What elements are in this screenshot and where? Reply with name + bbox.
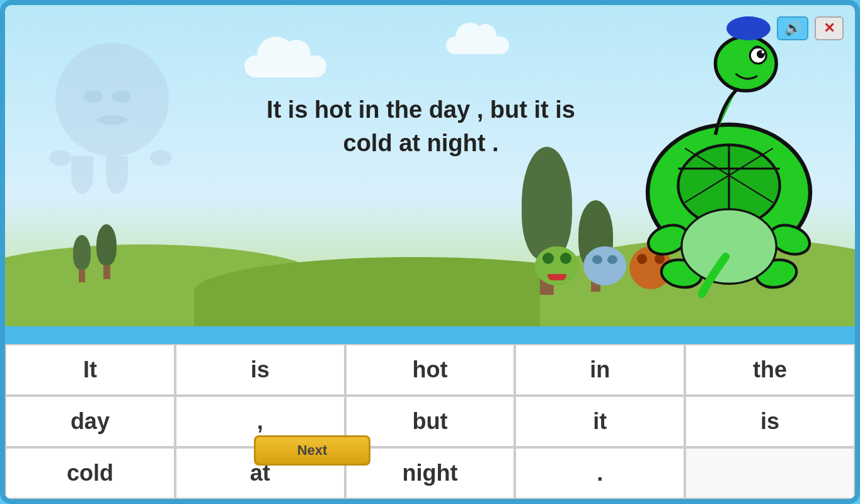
word-cell-but[interactable]: but — [345, 396, 515, 447]
word-cell-in[interactable]: in — [515, 344, 685, 396]
close-icon: ✕ — [823, 20, 835, 37]
turtle-illustration — [622, 37, 836, 307]
word-row-2: day , but it is — [5, 396, 855, 447]
word-cell-the[interactable]: the — [685, 344, 855, 396]
ghost-figure — [43, 43, 181, 194]
word-cell-empty — [685, 447, 855, 499]
word-cell-is-1[interactable]: is — [175, 344, 345, 396]
word-cell-is-2[interactable]: is — [685, 396, 855, 447]
word-cell-it2[interactable]: it — [515, 396, 685, 447]
oval-button[interactable] — [726, 16, 771, 40]
tree-small-left-2 — [96, 224, 117, 279]
next-button[interactable]: Next — [254, 435, 370, 466]
word-cell-day[interactable]: day — [5, 396, 175, 447]
word-row-3: cold at night . — [5, 447, 855, 499]
tree-small-left-1 — [73, 235, 91, 282]
sentence-line1: It is hot in the day , but it is — [207, 93, 635, 127]
cloud-2 — [446, 37, 509, 54]
word-cell-hot[interactable]: hot — [345, 344, 515, 396]
speaker-icon: 🔊 — [784, 20, 801, 37]
sentence-display: It is hot in the day , but it is cold at… — [207, 93, 635, 160]
blue-character — [583, 246, 626, 285]
turtle-svg — [622, 37, 836, 307]
svg-point-9 — [762, 51, 764, 54]
svg-point-6 — [716, 37, 777, 91]
sentence-line2: cold at night . — [207, 127, 635, 160]
word-grid: It is hot in the day , but it is cold at… — [5, 344, 855, 499]
green-character — [535, 246, 580, 292]
top-controls: 🔊 ✕ — [726, 16, 844, 40]
cloud-1 — [244, 55, 326, 77]
app-container: It is hot in the day , but it is cold at… — [0, 0, 860, 504]
word-cell-period[interactable]: . — [515, 447, 685, 499]
close-button[interactable]: ✕ — [815, 16, 844, 40]
svg-point-14 — [682, 209, 777, 284]
word-cell-cold[interactable]: cold — [5, 447, 175, 499]
word-cell-night[interactable]: night — [345, 447, 515, 499]
word-row-1: It is hot in the — [5, 344, 855, 396]
word-cell-it[interactable]: It — [5, 344, 175, 396]
speaker-button[interactable]: 🔊 — [777, 16, 808, 40]
